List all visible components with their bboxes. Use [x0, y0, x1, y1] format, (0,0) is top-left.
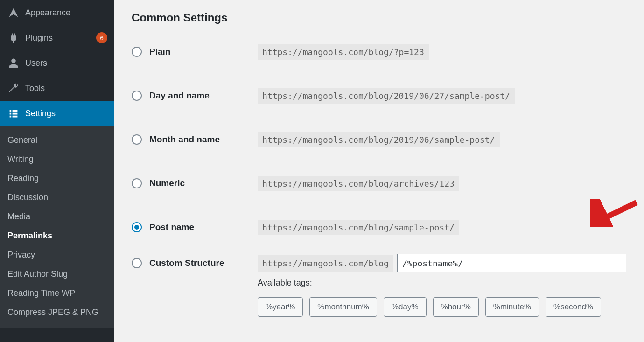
option-label: Month and name — [149, 134, 220, 145]
option-label: Post name — [149, 222, 194, 232]
tag-button-hour[interactable]: %hour% — [433, 297, 479, 317]
submenu-item-general[interactable]: General — [0, 131, 114, 150]
available-tags-label: Available tags: — [258, 278, 626, 288]
submenu-item-privacy[interactable]: Privacy — [0, 245, 114, 265]
radio-icon — [132, 134, 142, 145]
sample-url: https://mangools.com/blog/2019/06/sample… — [258, 132, 500, 147]
sidebar-item-appearance[interactable]: Appearance — [0, 0, 114, 25]
sidebar-item-settings[interactable]: Settings — [0, 101, 114, 126]
sample-url: https://mangools.com/blog/2019/06/27/sam… — [258, 88, 515, 104]
main-content: Common Settings Plain https://mangools.c… — [114, 0, 644, 342]
option-row-postname: Post name https://mangools.com/blog/samp… — [132, 215, 626, 240]
radio-icon — [132, 258, 142, 268]
submenu-item-writing[interactable]: Writing — [0, 150, 114, 169]
available-tags: %year% %monthnum% %day% %hour% %minute% … — [258, 297, 626, 317]
submenu-item-reading[interactable]: Reading — [0, 169, 114, 188]
update-badge: 6 — [96, 32, 107, 43]
radio-icon — [132, 222, 142, 232]
users-icon — [7, 56, 21, 70]
sidebar-item-users[interactable]: Users — [0, 50, 114, 76]
submenu-item-permalinks[interactable]: Permalinks — [0, 226, 114, 245]
sidebar-item-plugins[interactable]: Plugins 6 — [0, 25, 114, 50]
menu-label: Users — [25, 58, 107, 68]
settings-submenu: General Writing Reading Discussion Media… — [0, 126, 114, 328]
option-custom-structure[interactable]: Custom Structure — [132, 258, 258, 268]
tools-icon — [7, 81, 21, 95]
option-plain[interactable]: Plain — [132, 47, 258, 57]
submenu-item-media[interactable]: Media — [0, 207, 114, 226]
submenu-item-reading-time-wp[interactable]: Reading Time WP — [0, 284, 114, 303]
option-label: Day and name — [149, 91, 210, 101]
settings-icon — [7, 106, 21, 120]
option-row-custom: Custom Structure https://mangools.com/bl… — [132, 254, 626, 272]
custom-base-url: https://mangools.com/blog — [258, 255, 393, 272]
submenu-item-edit-author-slug[interactable]: Edit Author Slug — [0, 265, 114, 284]
option-numeric[interactable]: Numeric — [132, 178, 258, 188]
option-row-day: Day and name https://mangools.com/blog/2… — [132, 83, 626, 108]
admin-sidebar: Appearance Plugins 6 Users Tools Setting… — [0, 0, 114, 342]
radio-icon — [132, 178, 142, 188]
submenu-item-discussion[interactable]: Discussion — [0, 188, 114, 207]
custom-structure-input[interactable] — [397, 254, 626, 272]
submenu-item-compress-jpeg-png[interactable]: Compress JPEG & PNG — [0, 303, 114, 322]
menu-label: Plugins — [25, 33, 92, 43]
option-row-month: Month and name https://mangools.com/blog… — [132, 127, 626, 152]
plugins-icon — [7, 31, 21, 45]
option-label: Numeric — [149, 178, 185, 188]
appearance-icon — [7, 6, 21, 20]
tag-button-minute[interactable]: %minute% — [485, 297, 539, 317]
tag-button-year[interactable]: %year% — [258, 297, 303, 317]
option-day-name[interactable]: Day and name — [132, 91, 258, 101]
sidebar-item-tools[interactable]: Tools — [0, 76, 114, 101]
menu-label: Tools — [25, 84, 107, 93]
tag-button-monthnum[interactable]: %monthnum% — [309, 297, 377, 317]
sample-url: https://mangools.com/blog/archives/123 — [258, 176, 459, 191]
option-month-name[interactable]: Month and name — [132, 134, 258, 145]
tag-button-second[interactable]: %second% — [546, 297, 601, 317]
page-heading: Common Settings — [132, 11, 626, 24]
option-label: Custom Structure — [149, 258, 224, 268]
radio-icon — [132, 47, 142, 57]
option-row-plain: Plain https://mangools.com/blog/?p=123 — [132, 39, 626, 64]
option-row-numeric: Numeric https://mangools.com/blog/archiv… — [132, 171, 626, 196]
option-label: Plain — [149, 47, 170, 57]
menu-label: Appearance — [25, 8, 107, 18]
option-post-name[interactable]: Post name — [132, 222, 258, 232]
sample-url: https://mangools.com/blog/sample-post/ — [258, 220, 459, 235]
tag-button-day[interactable]: %day% — [384, 297, 427, 317]
radio-icon — [132, 91, 142, 101]
sample-url: https://mangools.com/blog/?p=123 — [258, 44, 429, 60]
menu-label: Settings — [25, 109, 107, 119]
